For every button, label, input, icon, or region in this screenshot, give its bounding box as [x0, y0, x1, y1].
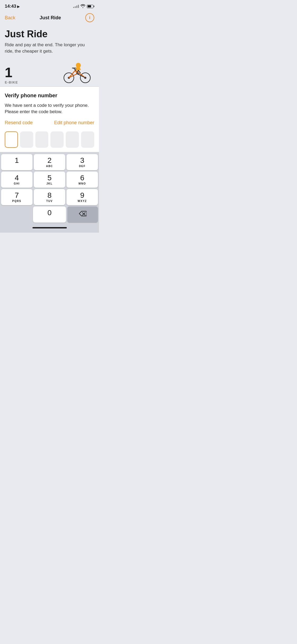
status-icons [73, 4, 94, 9]
keyboard-row-1: 1 2 ABC 3 DEF [1, 154, 98, 170]
battery-icon [87, 5, 94, 8]
key-5[interactable]: 5 JKL [34, 172, 65, 188]
keyboard-row-4: 0 [1, 206, 98, 223]
bike-label: E-BIKE [5, 80, 18, 84]
key-5-letters: JKL [46, 182, 53, 185]
code-box-3[interactable] [35, 131, 49, 148]
back-button[interactable]: Back [5, 15, 15, 21]
nav-bar: Back Just Ride i [0, 11, 99, 25]
key-8-num: 8 [48, 192, 52, 199]
key-5-num: 5 [48, 174, 52, 182]
key-0-num: 0 [48, 209, 52, 217]
verify-actions: Resend code Edit phone number [5, 120, 94, 126]
key-empty [1, 206, 32, 223]
code-box-1[interactable] [5, 131, 18, 148]
status-bar: 14:43 ▶ [0, 0, 99, 11]
key-4-num: 4 [15, 174, 19, 182]
key-7-num: 7 [15, 192, 19, 199]
hero-section: Just Ride Ride and pay at the end. The l… [0, 25, 99, 57]
key-8[interactable]: 8 TUV [34, 189, 65, 205]
key-9[interactable]: 9 WXYZ [67, 189, 98, 205]
keyboard-row-3: 7 PQRS 8 TUV 9 WXYZ [1, 189, 98, 205]
info-button[interactable]: i [85, 13, 94, 22]
key-7[interactable]: 7 PQRS [1, 189, 32, 205]
verify-description: We have sent a code to verify your phone… [5, 102, 94, 115]
info-icon: i [89, 15, 90, 20]
hero-description: Ride and pay at the end. The longer you … [5, 42, 94, 54]
key-9-num: 9 [80, 192, 84, 199]
svg-line-4 [69, 70, 76, 77]
keyboard-row-2: 4 GHI 5 JKL 6 MNO [1, 172, 98, 188]
edit-phone-button[interactable]: Edit phone number [54, 120, 94, 126]
key-9-letters: WXYZ [78, 200, 87, 203]
key-2-letters: ABC [46, 165, 53, 168]
delete-key[interactable] [67, 206, 98, 223]
code-box-5[interactable] [66, 131, 79, 148]
resend-code-button[interactable]: Resend code [5, 120, 33, 126]
wifi-icon [81, 4, 85, 9]
key-3[interactable]: 3 DEF [67, 154, 98, 170]
delete-icon [79, 211, 87, 218]
key-3-num: 3 [80, 157, 84, 164]
nav-title: Just Ride [40, 15, 61, 21]
key-2-num: 2 [48, 157, 52, 164]
bike-illustration [60, 61, 94, 84]
hero-title: Just Ride [5, 29, 94, 40]
key-4[interactable]: 4 GHI [1, 172, 32, 188]
home-indicator [0, 225, 99, 233]
key-1-num: 1 [15, 157, 19, 164]
key-3-letters: DEF [79, 165, 86, 168]
key-8-letters: TUV [46, 200, 53, 203]
key-1-letters [16, 165, 17, 168]
key-4-letters: GHI [14, 182, 20, 185]
key-0-letters [49, 217, 50, 220]
signal-icon [73, 5, 79, 8]
bike-count: 1 [5, 66, 18, 79]
key-6-num: 6 [80, 174, 84, 182]
key-0[interactable]: 0 [33, 206, 66, 223]
status-time: 14:43 [5, 4, 16, 9]
home-bar [32, 227, 67, 228]
verify-title: Verify phone number [5, 93, 94, 99]
key-7-letters: PQRS [12, 200, 21, 203]
location-arrow-icon: ▶ [17, 4, 20, 8]
key-6-letters: MNO [79, 182, 86, 185]
key-6[interactable]: 6 MNO [67, 172, 98, 188]
svg-line-11 [74, 68, 76, 70]
key-1[interactable]: 1 [1, 154, 32, 170]
code-box-4[interactable] [50, 131, 64, 148]
keyboard: 1 2 ABC 3 DEF 4 GHI 5 JKL 6 MNO 7 PQRS [0, 152, 99, 225]
bike-info-row: 1 E-BIKE [0, 57, 99, 87]
code-boxes [5, 131, 94, 148]
key-2[interactable]: 2 ABC [34, 154, 65, 170]
code-box-6[interactable] [81, 131, 94, 148]
verify-section: Verify phone number We have sent a code … [0, 87, 99, 152]
code-box-2[interactable] [20, 131, 33, 148]
